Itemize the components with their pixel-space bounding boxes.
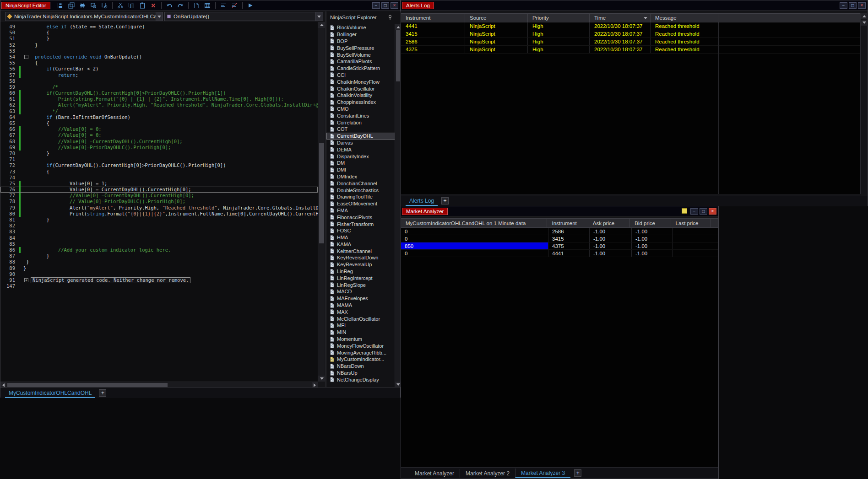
- code-vertical-scrollbar[interactable]: [318, 22, 325, 382]
- code-line[interactable]: 88}: [0, 259, 318, 265]
- method-selector-dropdown[interactable]: OnBarUpdate(): [164, 12, 323, 21]
- code-line[interactable]: 79Alert("myAlert", Priority.High, "Reach…: [0, 205, 318, 211]
- code-line[interactable]: 81}: [0, 217, 318, 223]
- code-line[interactable]: 78// Value[0]=PriorDayOHLC().PriorHigh[0…: [0, 199, 318, 205]
- add-tab-button[interactable]: +: [574, 469, 581, 477]
- explorer-item[interactable]: ChaikinMoneyFlow: [326, 78, 396, 85]
- code-line[interactable]: 77//Value[0] =CurrentDayOHL().CurrentHig…: [0, 193, 318, 199]
- explorer-item[interactable]: CamarillaPivots: [326, 58, 396, 65]
- explorer-item[interactable]: LinRegSlope: [326, 281, 396, 288]
- close-button[interactable]: ×: [709, 208, 716, 215]
- code-line[interactable]: 147: [0, 283, 318, 289]
- collapsed-region-box[interactable]: NinjaScript generated code. Neither chan…: [31, 277, 190, 283]
- editor-titlebar[interactable]: NinjaScript Editor − □ ×: [0, 0, 400, 11]
- market-row[interactable]: 03415-1.00-1.00: [401, 235, 718, 242]
- column-header[interactable]: Instrument: [547, 219, 588, 227]
- minimize-button[interactable]: −: [690, 208, 698, 215]
- market-row[interactable]: 04441-1.00-1.00: [401, 250, 718, 257]
- explorer-item[interactable]: ConstantLines: [326, 112, 396, 119]
- maximize-button[interactable]: □: [849, 2, 857, 9]
- code-horizontal-scrollbar[interactable]: [0, 382, 318, 388]
- market-analyzer-tab[interactable]: Market Analyzer 2: [460, 469, 515, 478]
- copy-button[interactable]: [127, 1, 136, 10]
- explorer-item[interactable]: DM: [326, 160, 396, 167]
- add-tab-button[interactable]: +: [99, 389, 106, 397]
- explorer-scrollbar[interactable]: [395, 24, 401, 387]
- scroll-down-icon[interactable]: [861, 20, 868, 26]
- code-line[interactable]: 73{: [0, 169, 318, 175]
- explorer-item[interactable]: DMIndex: [326, 173, 396, 180]
- column-header[interactable]: Last price: [671, 219, 711, 227]
- explorer-item[interactable]: FOSC: [326, 227, 396, 234]
- explorer-item[interactable]: LinReg: [326, 268, 396, 275]
- explorer-item[interactable]: MyCustomIndicator...: [326, 356, 396, 363]
- code-line[interactable]: 58: [0, 78, 318, 84]
- code-line[interactable]: 53: [0, 48, 318, 54]
- code-line[interactable]: 63*/: [0, 108, 318, 114]
- chevron-down-icon[interactable]: [315, 12, 323, 21]
- print-preview-button[interactable]: [89, 1, 98, 10]
- explorer-item[interactable]: KeyReversalUp: [326, 261, 396, 268]
- explorer-item[interactable]: MAMA: [326, 302, 396, 309]
- code-line[interactable]: 64if (Bars.IsFirstBarOfSession): [0, 114, 318, 120]
- explorer-item[interactable]: Bollinger: [326, 31, 396, 38]
- scrollbar-thumb[interactable]: [7, 383, 168, 387]
- code-line[interactable]: 76Value[0] = CurrentDayOHL().CurrentHigh…: [0, 187, 318, 193]
- explorer-item[interactable]: CurrentDayOHL: [326, 133, 396, 140]
- maximize-button[interactable]: □: [381, 2, 389, 9]
- market-row[interactable]: 8504375-1.00-1.00: [401, 242, 718, 250]
- scrollbar-thumb[interactable]: [319, 143, 324, 243]
- alert-row[interactable]: 3415NinjaScriptHigh2022/10/30 18:07:37Re…: [401, 30, 860, 38]
- explorer-item[interactable]: MACD: [326, 288, 396, 295]
- code-line[interactable]: 69//Value[0]=PriorDayOHLC().PriorHigh[0]…: [0, 145, 318, 151]
- code-line[interactable]: 49else if (State == State.Configure): [0, 24, 318, 30]
- alerts-log-tab[interactable]: Alerts Log: [406, 196, 438, 206]
- fold-toggle-icon[interactable]: −: [24, 55, 28, 59]
- column-header-message[interactable]: Message: [651, 14, 718, 22]
- column-header-source[interactable]: Source: [465, 14, 528, 22]
- undo-button[interactable]: [165, 1, 174, 10]
- code-line[interactable]: 59/*: [0, 84, 318, 90]
- column-header[interactable]: Bid price: [630, 219, 671, 227]
- explorer-item[interactable]: DMI: [326, 167, 396, 173]
- alerts-titlebar[interactable]: Alerts Log − □ ×: [401, 0, 868, 11]
- explorer-item[interactable]: DonchianChannel: [326, 180, 396, 187]
- code-line[interactable]: 75Value[0] = 1;: [0, 181, 318, 187]
- explorer-item[interactable]: BuySellVolume: [326, 51, 396, 58]
- class-selector-dropdown[interactable]: NinjaTrader.NinjaScript.Indicators.MyCus…: [5, 12, 163, 21]
- code-line[interactable]: 91+NinjaScript generated code. Neither c…: [0, 277, 318, 283]
- market-titlebar[interactable]: Market Analyzer − □ ×: [401, 206, 718, 216]
- delete-button[interactable]: [149, 1, 158, 10]
- explorer-item[interactable]: HMA: [326, 234, 396, 241]
- grid-button[interactable]: [203, 1, 212, 10]
- comment-button[interactable]: [219, 1, 228, 10]
- explorer-item[interactable]: BuySellPressure: [326, 44, 396, 51]
- window-link-button[interactable]: [682, 208, 687, 214]
- code-line[interactable]: 57return;: [0, 72, 318, 78]
- alert-row[interactable]: 2586NinjaScriptHigh2022/10/30 18:07:37Re…: [401, 38, 860, 46]
- code-line[interactable]: 62Alert("myAlert", Priority.High, "Reach…: [0, 102, 318, 108]
- alerts-scrollbar[interactable]: [860, 13, 868, 194]
- code-line[interactable]: 84: [0, 235, 318, 241]
- column-header-priority[interactable]: Priority: [528, 14, 590, 22]
- explorer-item[interactable]: DisparityIndex: [326, 153, 396, 160]
- minimize-button[interactable]: −: [372, 2, 380, 9]
- code-editor[interactable]: 49else if (State == State.Configure)50{5…: [0, 22, 318, 382]
- code-line[interactable]: 68//Value[0] =CurrentDayOHL().CurrentHig…: [0, 139, 318, 145]
- code-line[interactable]: 54−protected override void OnBarUpdate(): [0, 54, 318, 60]
- market-row[interactable]: 02586-1.00-1.00: [401, 228, 718, 235]
- explorer-item[interactable]: COT: [326, 126, 396, 133]
- code-line[interactable]: 82: [0, 223, 318, 229]
- column-header-time[interactable]: Time: [590, 14, 651, 22]
- explorer-item[interactable]: NetChangeDisplay: [326, 376, 396, 383]
- explorer-item[interactable]: McClellanOscillator: [326, 315, 396, 322]
- code-line[interactable]: 51}: [0, 36, 318, 42]
- explorer-item[interactable]: CandleStickPattern: [326, 65, 396, 72]
- explorer-item[interactable]: KAMA: [326, 241, 396, 248]
- code-line[interactable]: 61Print(string.Format("{0} | {1} | {2}",…: [0, 96, 318, 102]
- explorer-item[interactable]: FisherTransform: [326, 221, 396, 227]
- cut-button[interactable]: [116, 1, 125, 10]
- new-document-button[interactable]: [192, 1, 201, 10]
- market-analyzer-tab[interactable]: Market Analyzer 3: [515, 468, 570, 478]
- explorer-item[interactable]: MoneyFlowOscillator: [326, 342, 396, 349]
